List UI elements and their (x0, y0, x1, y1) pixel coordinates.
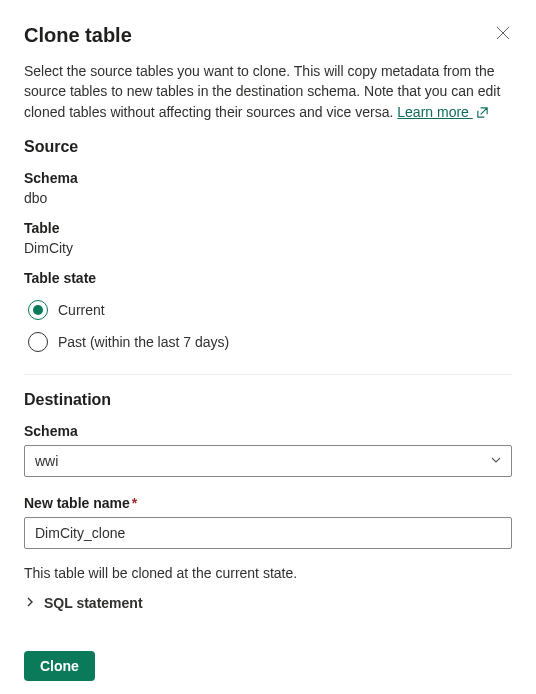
radio-icon (28, 300, 48, 320)
dest-schema-label: Schema (24, 423, 512, 439)
helper-text: This table will be cloned at the current… (24, 565, 512, 581)
learn-more-link[interactable]: Learn more (397, 104, 488, 120)
source-table-value: DimCity (24, 240, 512, 256)
new-table-name-text: New table name (24, 495, 130, 511)
dialog-title: Clone table (24, 24, 132, 47)
radio-icon (28, 332, 48, 352)
chevron-right-icon (24, 595, 36, 611)
new-table-name-input[interactable] (24, 517, 512, 549)
sql-statement-label: SQL statement (44, 595, 143, 611)
radio-current[interactable]: Current (24, 294, 512, 326)
source-heading: Source (24, 138, 512, 156)
source-table-label: Table (24, 220, 512, 236)
radio-past-label: Past (within the last 7 days) (58, 334, 229, 350)
external-link-icon (476, 104, 489, 124)
radio-current-label: Current (58, 302, 105, 318)
dialog-description: Select the source tables you want to clo… (24, 61, 512, 124)
sql-statement-expander[interactable]: SQL statement (24, 595, 512, 611)
radio-past[interactable]: Past (within the last 7 days) (24, 326, 512, 358)
source-schema-value: dbo (24, 190, 512, 206)
learn-more-text: Learn more (397, 104, 472, 120)
clone-button[interactable]: Clone (24, 651, 95, 681)
source-schema-label: Schema (24, 170, 512, 186)
divider (24, 374, 512, 375)
table-state-label: Table state (24, 270, 512, 286)
required-indicator: * (132, 495, 137, 511)
close-button[interactable] (494, 24, 512, 45)
new-table-name-label: New table name* (24, 495, 512, 511)
destination-heading: Destination (24, 391, 512, 409)
dest-schema-select[interactable] (24, 445, 512, 477)
close-icon (496, 26, 510, 43)
